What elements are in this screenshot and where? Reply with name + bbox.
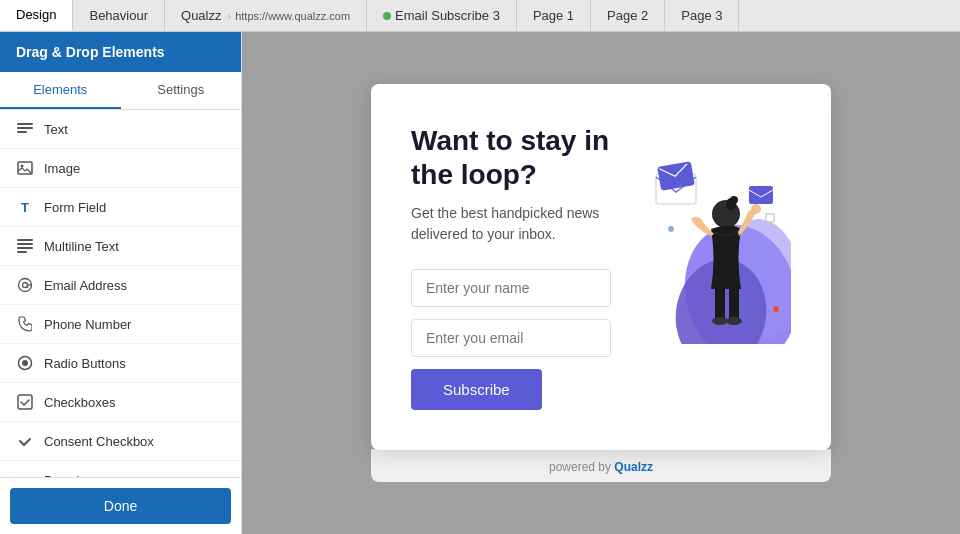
- name-input[interactable]: [411, 269, 611, 307]
- sidebar-items-list: Text Image T Form Field Multiline Text: [0, 110, 241, 477]
- email-address-icon: [16, 276, 34, 294]
- multiline-text-icon: [16, 237, 34, 255]
- tab-email-subscribe[interactable]: Email Subscribe 3: [367, 0, 517, 31]
- tab-qualzz[interactable]: Qualzz › https://www.qualzz.com: [165, 0, 367, 31]
- sidebar-item-checkboxes[interactable]: Checkboxes: [0, 383, 241, 422]
- consent-checkbox-icon: [16, 432, 34, 450]
- svg-point-38: [712, 317, 728, 325]
- sidebar-item-multiline-text[interactable]: Multiline Text: [0, 227, 241, 266]
- svg-point-33: [730, 196, 738, 204]
- svg-point-26: [773, 306, 779, 312]
- canvas-area: Want to stay in the loop? Get the best h…: [242, 32, 960, 534]
- text-icon: [16, 120, 34, 138]
- sidebar-footer: Done: [0, 477, 241, 534]
- subscribe-button[interactable]: Subscribe: [411, 369, 542, 410]
- sidebar: Drag & Drop Elements Elements Settings T…: [0, 32, 242, 534]
- checkboxes-icon: [16, 393, 34, 411]
- image-icon: [16, 159, 34, 177]
- sidebar-tabs: Elements Settings: [0, 72, 241, 110]
- tab-page2[interactable]: Page 2: [591, 0, 665, 31]
- sidebar-item-phone-number[interactable]: Phone Number: [0, 305, 241, 344]
- tab-behaviour[interactable]: Behaviour: [73, 0, 165, 31]
- email-input[interactable]: [411, 319, 611, 357]
- svg-point-39: [726, 317, 742, 325]
- svg-point-14: [22, 360, 28, 366]
- tab-page1[interactable]: Page 1: [517, 0, 591, 31]
- tab-page3[interactable]: Page 3: [665, 0, 739, 31]
- svg-rect-35: [749, 186, 773, 204]
- svg-rect-1: [17, 127, 33, 129]
- top-tab-bar: Design Behaviour Qualzz › https://www.qu…: [0, 0, 960, 32]
- phone-number-icon: [16, 315, 34, 333]
- powered-by-bar: powered by Qualzz: [371, 449, 831, 482]
- sidebar-item-form-field[interactable]: T Form Field: [0, 188, 241, 227]
- svg-rect-15: [18, 395, 32, 409]
- form-field-icon: T: [16, 198, 34, 216]
- main-layout: Drag & Drop Elements Elements Settings T…: [0, 32, 960, 534]
- form-subtitle: Get the best handpicked news delivered t…: [411, 203, 611, 245]
- sidebar-header: Drag & Drop Elements: [0, 32, 241, 72]
- sidebar-item-consent-checkbox[interactable]: Consent Checkbox: [0, 422, 241, 461]
- svg-point-34: [751, 204, 761, 214]
- sidebar-tab-settings[interactable]: Settings: [121, 72, 242, 109]
- sidebar-item-text[interactable]: Text: [0, 110, 241, 149]
- radio-buttons-icon: [16, 354, 34, 372]
- sidebar-tab-elements[interactable]: Elements: [0, 72, 121, 109]
- email-subscribe-dot: [383, 12, 391, 20]
- sidebar-item-radio-buttons[interactable]: Radio Buttons: [0, 344, 241, 383]
- done-button[interactable]: Done: [10, 488, 231, 524]
- svg-rect-7: [17, 247, 33, 249]
- svg-rect-37: [729, 286, 739, 321]
- svg-point-4: [21, 165, 24, 168]
- svg-rect-36: [715, 286, 725, 321]
- svg-rect-8: [17, 251, 27, 253]
- tab-design[interactable]: Design: [0, 0, 73, 31]
- form-card: Want to stay in the loop? Get the best h…: [371, 84, 831, 450]
- svg-point-28: [668, 226, 674, 232]
- illustration: [611, 124, 791, 347]
- svg-rect-0: [17, 123, 33, 125]
- sidebar-item-image[interactable]: Image: [0, 149, 241, 188]
- svg-rect-5: [17, 239, 33, 241]
- svg-rect-2: [17, 131, 27, 133]
- form-title: Want to stay in the loop?: [411, 124, 611, 191]
- svg-rect-6: [17, 243, 33, 245]
- svg-point-10: [23, 283, 28, 288]
- sidebar-item-email-address[interactable]: Email Address: [0, 266, 241, 305]
- sidebar-item-dropdown[interactable]: Dropdown: [0, 461, 241, 477]
